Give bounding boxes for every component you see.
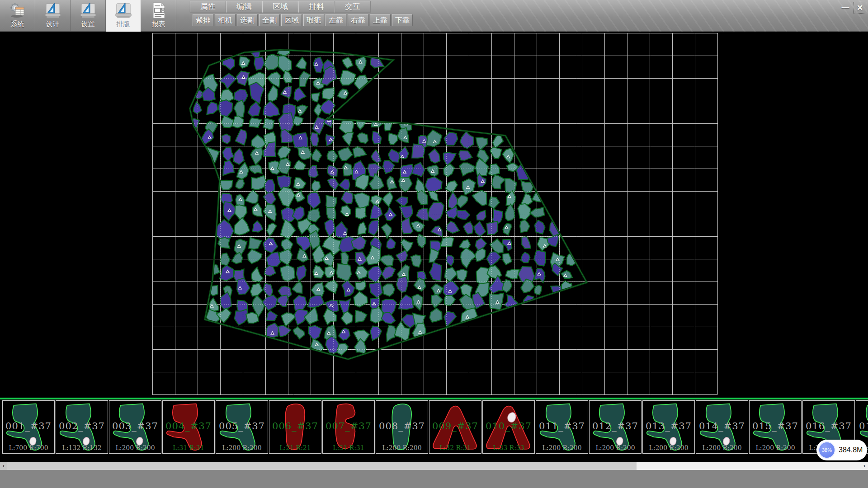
menu-tab-nesting[interactable]: 排料: [298, 1, 335, 13]
left-toolbar-item-system[interactable]: 系统: [0, 0, 35, 32]
tool-button-snap-bottom[interactable]: 下靠: [392, 14, 413, 26]
thumbnail-cell[interactable]: 007_#37L:31 R:31: [322, 400, 375, 454]
left-toolbar-item-design[interactable]: 设计: [35, 0, 71, 32]
thumbnail-cell[interactable]: 006_#37L:21 R:21: [269, 400, 321, 454]
thumbnail-id-label: 003_#37: [109, 421, 161, 432]
menu-tab-properties[interactable]: 属性: [190, 1, 226, 13]
thumbnail-id-label: 009_#37: [429, 421, 481, 432]
layout-ruler-icon: [114, 1, 132, 19]
thumbnail-cell[interactable]: 011_#37L:200 R:200: [536, 400, 588, 454]
bottom-status-bar: [0, 470, 868, 488]
toolbar-hatch-decoration: [420, 0, 868, 32]
thumbnail-lr-count: L:200 R:200: [109, 444, 161, 451]
left-toolbar-item-layout[interactable]: 排版: [106, 0, 141, 32]
thumbnail-lr-count: L:200 R:200: [216, 444, 268, 451]
thumbnail-lr-count: L:200 R:200: [590, 444, 641, 451]
thumbnail-cell[interactable]: 013_#37L:200 R:200: [642, 400, 695, 454]
minimize-button[interactable]: —: [839, 2, 852, 14]
thumbnail-id-label: 007_#37: [323, 421, 374, 432]
thumbnail-cell[interactable]: 003_#37L:200 R:200: [109, 400, 161, 454]
progress-percent-badge: 38%: [818, 441, 835, 459]
piece-thumbnail-strip: 001_#37L:700 R:700 002_#37L:132 R:132 00…: [0, 399, 868, 455]
thumbnail-lr-count: L:31 R:31: [323, 444, 374, 451]
left-toolbar-item-report[interactable]: 报表: [141, 0, 176, 32]
thumbnail-id-label: 016_#37: [803, 421, 854, 432]
thumbnail-cell[interactable]: 001_#37L:700 R:700: [2, 400, 55, 454]
thumbnail-id-label: 005_#37: [216, 421, 268, 432]
thumbnail-lr-count: L:200 R:200: [536, 444, 588, 451]
tool-button-cluster-nest[interactable]: 聚排: [193, 14, 213, 26]
thumbnail-id-label: 008_#37: [376, 421, 428, 432]
scroll-left-arrow[interactable]: ‹: [0, 462, 7, 470]
thumbnail-id-label: 012_#37: [590, 421, 641, 432]
menu-tab-edit[interactable]: 编辑: [226, 1, 262, 13]
thumbnail-id-label: 006_#37: [269, 421, 321, 432]
memory-usage-value: 384.8M: [839, 446, 863, 454]
thumbnail-cell[interactable]: 002_#37L:132 R:132: [56, 400, 108, 454]
menu-tab-bar: 属性编辑区域排料交互: [190, 1, 371, 13]
left-toolbar: 系统 设计 设置 排版 报表: [0, 0, 176, 32]
tool-button-region[interactable]: 区域: [281, 14, 302, 26]
tool-button-select-cut[interactable]: 选割: [237, 14, 258, 26]
thumbnail-lr-count: L:200 R:200: [643, 444, 694, 451]
thumbnail-cell[interactable]: 012_#37L:200 R:200: [589, 400, 642, 454]
left-toolbar-label: 设计: [46, 20, 60, 28]
thumbnail-lr-count: L:32 R:31: [429, 444, 481, 451]
thumbnail-cell[interactable]: 008_#37L:200 R:200: [376, 400, 428, 454]
tool-button-defect[interactable]: 瑕疵: [303, 14, 324, 26]
thumbnail-lr-count: L:200 R:200: [750, 444, 801, 451]
thumbnail-cell[interactable]: 010_#37L:33 R:33: [482, 400, 535, 454]
tool-button-bar: 聚排相机选割全割区域瑕疵左靠右靠上靠下靠: [193, 14, 413, 26]
report-icon: [150, 1, 168, 19]
thumbnail-id-label: 004_#37: [163, 421, 214, 432]
menu-tab-region[interactable]: 区域: [262, 1, 298, 13]
thumbnail-id-label: 002_#37: [56, 421, 108, 432]
scrollbar-thumb[interactable]: [7, 462, 637, 470]
thumbnail-id-label: 013_#37: [643, 421, 694, 432]
nesting-workspace-canvas[interactable]: [0, 32, 868, 398]
tool-button-snap-top[interactable]: 上靠: [370, 14, 391, 26]
thumbnail-cell[interactable]: 009_#37L:32 R:31: [429, 400, 481, 454]
left-toolbar-item-settings[interactable]: 设置: [71, 0, 106, 32]
top-toolbar: 系统 设计 设置 排版 报表 属性编辑区域排料交互 聚排相机选割全割区域瑕疵左靠…: [0, 0, 868, 32]
thumbnail-lr-count: L:700 R:700: [3, 444, 54, 451]
status-badge: 38% 384.8M: [816, 440, 867, 460]
window-controls: — ✕: [839, 2, 866, 14]
thumbnail-id-label: 001_#37: [3, 421, 54, 432]
left-toolbar-label: 设置: [81, 20, 95, 28]
thumbnail-lr-count: L:31 R:31: [163, 444, 214, 451]
scroll-right-arrow[interactable]: ›: [861, 462, 868, 470]
left-toolbar-label: 报表: [152, 20, 165, 28]
settings-ruler-icon: [79, 1, 97, 19]
thumbnail-id-label: 015_#37: [750, 421, 801, 432]
thumbnail-cell[interactable]: 014_#37L:200 R:200: [696, 400, 748, 454]
tool-button-snap-left[interactable]: 左靠: [326, 14, 346, 26]
thumbnail-lr-count: L:200 R:200: [376, 444, 428, 451]
tool-button-snap-right[interactable]: 右靠: [348, 14, 368, 26]
design-ruler-icon: [44, 1, 62, 19]
thumbnail-lr-count: L:33 R:33: [483, 444, 534, 451]
close-button[interactable]: ✕: [854, 2, 866, 14]
horizontal-scrollbar[interactable]: ‹ ›: [0, 462, 868, 470]
thumbnail-id-label: 017_#37: [856, 421, 868, 432]
thumbnail-lr-count: L:200 R:200: [696, 444, 748, 451]
thumbnail-id-label: 011_#37: [536, 421, 588, 432]
thumbnail-cell[interactable]: 004_#37L:31 R:31: [162, 400, 215, 454]
thumbnail-id-label: 010_#37: [483, 421, 534, 432]
left-toolbar-label: 排版: [117, 20, 130, 28]
left-toolbar-label: 系统: [11, 20, 24, 28]
system-gear-icon: [9, 1, 27, 19]
tool-button-camera[interactable]: 相机: [215, 14, 236, 26]
thumbnail-lr-count: L:21 R:21: [269, 444, 321, 451]
thumbnail-cell[interactable]: 015_#37L:200 R:200: [749, 400, 802, 454]
thumbnail-cell[interactable]: 005_#37L:200 R:200: [216, 400, 268, 454]
tool-button-cut-all[interactable]: 全割: [259, 14, 280, 26]
thumbnail-lr-count: L:132 R:132: [56, 444, 108, 451]
menu-tab-interaction[interactable]: 交互: [335, 1, 371, 13]
thumbnail-id-label: 014_#37: [696, 421, 748, 432]
application-window: 系统 设计 设置 排版 报表 属性编辑区域排料交互 聚排相机选割全割区域瑕疵左靠…: [0, 0, 868, 488]
